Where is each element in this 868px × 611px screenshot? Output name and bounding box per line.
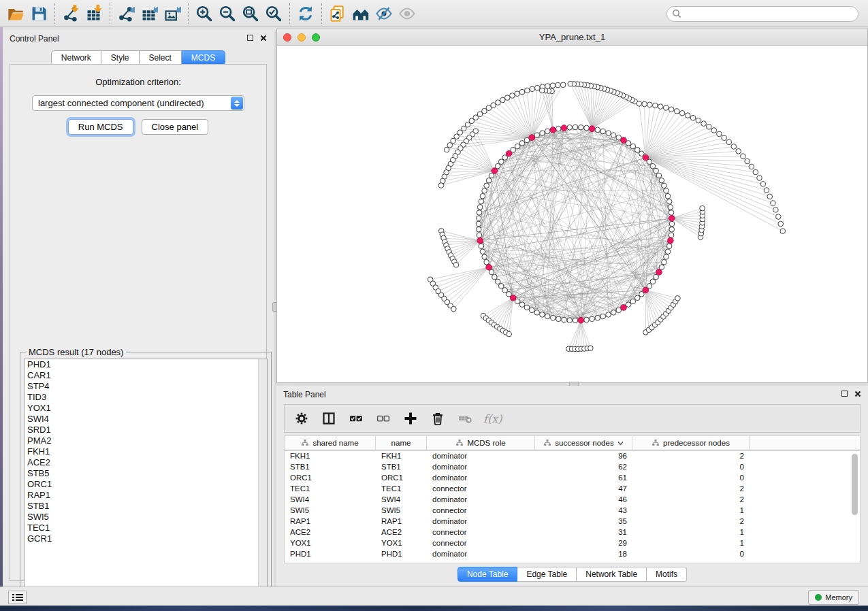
tab-mcds[interactable]: MCDS xyxy=(182,50,225,65)
tab-node-table[interactable]: Node Table xyxy=(457,567,518,582)
search-input[interactable] xyxy=(666,6,858,22)
search-icon xyxy=(672,9,681,18)
export-image-icon[interactable] xyxy=(161,3,184,24)
mcds-result-item[interactable]: STP4 xyxy=(25,381,267,392)
mcds-result-item[interactable]: RAP1 xyxy=(25,490,267,501)
table-cell: SWI4 xyxy=(285,494,376,505)
table-cell: 2 xyxy=(632,516,750,527)
mcds-list-scrollbar[interactable] xyxy=(258,359,267,599)
table-row[interactable]: SWI5SWI5connector431 xyxy=(285,505,860,516)
deselect-all-icon[interactable] xyxy=(374,410,392,427)
close-window-icon[interactable] xyxy=(283,33,291,42)
table-cell: 43 xyxy=(535,505,632,516)
network-overview-icon[interactable] xyxy=(349,3,372,24)
minimize-window-icon[interactable] xyxy=(298,33,306,42)
column-header-MCDS-role[interactable]: MCDS role xyxy=(427,436,535,450)
maximize-window-icon[interactable] xyxy=(312,33,320,42)
mcds-result-item[interactable]: SWI4 xyxy=(25,414,267,425)
network-window-titlebar[interactable]: YPA_prune.txt_1 xyxy=(277,29,867,46)
table-cell: 35 xyxy=(535,516,632,527)
column-type-icon xyxy=(543,439,551,447)
mcds-result-item[interactable]: SWI5 xyxy=(25,512,267,523)
toolbar-separator xyxy=(188,3,189,24)
import-table-icon[interactable] xyxy=(82,3,106,24)
hide-graphics-details-icon[interactable] xyxy=(372,3,396,24)
mcds-result-item[interactable]: ORC1 xyxy=(25,479,267,490)
table-cell: connector xyxy=(427,483,535,494)
close-panel-icon[interactable] xyxy=(260,35,267,42)
zoom-selected-icon[interactable] xyxy=(262,3,285,24)
mcds-result-item[interactable]: GCR1 xyxy=(25,533,267,544)
column-header-shared-name[interactable]: shared name xyxy=(285,436,376,450)
mcds-result-item[interactable]: STB1 xyxy=(25,501,267,512)
table-row[interactable]: ACE2ACE2connector311 xyxy=(285,527,860,538)
tab-edge-table[interactable]: Edge Table xyxy=(517,567,577,582)
column-header-name[interactable]: name xyxy=(376,436,427,450)
float-panel-icon[interactable] xyxy=(247,35,253,41)
network-canvas[interactable] xyxy=(277,46,867,382)
mcds-result-item[interactable]: TEC1 xyxy=(25,523,267,533)
zoom-fit-icon[interactable] xyxy=(239,3,262,24)
table-row[interactable]: TEC1TEC1connector472 xyxy=(285,483,860,494)
close-panel-button[interactable]: Close panel xyxy=(142,119,209,135)
tab-network-table[interactable]: Network Table xyxy=(577,567,647,582)
save-session-icon[interactable] xyxy=(27,3,50,24)
table-row[interactable]: YOX1YOX1connector291 xyxy=(285,538,860,548)
open-file-icon[interactable] xyxy=(4,3,27,24)
float-table-panel-icon[interactable] xyxy=(841,391,848,397)
criterion-dropdown[interactable]: largest connected component (undirected) xyxy=(32,95,244,111)
mcds-result-item[interactable]: TID3 xyxy=(25,392,267,403)
mcds-result-item[interactable]: PHD1 xyxy=(25,359,267,370)
memory-button[interactable]: Memory xyxy=(808,590,859,605)
mcds-result-item[interactable]: SRD1 xyxy=(25,425,267,435)
run-mcds-button[interactable]: Run MCDS xyxy=(68,119,133,135)
table-row[interactable]: PHD1PHD1dominator180 xyxy=(285,548,860,559)
toolbar-separator xyxy=(321,3,322,24)
tab-select[interactable]: Select xyxy=(140,50,182,65)
add-column-icon[interactable] xyxy=(402,410,419,427)
table-cell: PHD1 xyxy=(376,548,427,559)
mcds-result-item[interactable]: CAR1 xyxy=(25,370,267,381)
table-cell: 61 xyxy=(535,472,632,483)
table-row[interactable]: STB1STB1dominator620 xyxy=(285,461,860,472)
mcds-result-list[interactable]: PHD1CAR1STP4TID3YOX1SWI4SRD1PMA2FKH1ACE2… xyxy=(24,359,268,599)
toolbar-separator xyxy=(54,3,55,24)
zoom-out-icon[interactable] xyxy=(216,3,239,24)
export-network-icon[interactable] xyxy=(114,3,138,24)
zoom-in-icon[interactable] xyxy=(193,3,216,24)
import-network-icon[interactable] xyxy=(59,3,82,24)
table-row[interactable]: RAP1RAP1dominator352 xyxy=(285,516,860,527)
delete-column-icon[interactable] xyxy=(429,410,447,427)
refresh-view-icon[interactable] xyxy=(294,3,317,24)
column-header-successor-nodes[interactable]: successor nodes xyxy=(535,436,632,450)
table-row[interactable]: SWI4SWI4dominator462 xyxy=(285,494,860,505)
gear-icon[interactable] xyxy=(293,410,310,427)
table-scrollbar[interactable] xyxy=(851,452,858,561)
mcds-result-item[interactable]: PMA2 xyxy=(25,435,267,446)
mcds-result-item[interactable]: FKH1 xyxy=(25,446,267,457)
table-row[interactable]: FKH1FKH1dominator962 xyxy=(285,450,860,461)
table-cell: ORC1 xyxy=(285,472,376,483)
tab-style[interactable]: Style xyxy=(101,50,140,65)
close-table-panel-icon[interactable] xyxy=(854,391,861,397)
list-icon xyxy=(12,593,23,601)
mcds-result-item[interactable]: STB5 xyxy=(25,468,267,479)
tab-network[interactable]: Network xyxy=(51,50,101,65)
select-all-icon[interactable] xyxy=(347,410,365,427)
table-cell: 46 xyxy=(535,494,632,505)
network-graph xyxy=(277,46,867,382)
table-row[interactable]: ORC1ORC1dominator610 xyxy=(285,472,860,483)
table-cell: PHD1 xyxy=(285,548,376,559)
tab-motifs[interactable]: Motifs xyxy=(647,567,687,582)
task-history-button[interactable] xyxy=(8,591,27,604)
mcds-result-item[interactable]: ACE2 xyxy=(25,457,267,468)
table-cell: ACE2 xyxy=(376,527,427,538)
column-header-predecessor-nodes[interactable]: predecessor nodes xyxy=(632,436,750,450)
table-cell: dominator xyxy=(427,494,535,505)
table-cell: 29 xyxy=(535,538,632,548)
table-cell: dominator xyxy=(427,548,535,559)
export-table-icon[interactable] xyxy=(138,3,161,24)
mcds-result-item[interactable]: YOX1 xyxy=(25,403,267,414)
network-from-selection-icon[interactable] xyxy=(326,3,349,24)
column-layout-icon[interactable] xyxy=(320,410,338,427)
